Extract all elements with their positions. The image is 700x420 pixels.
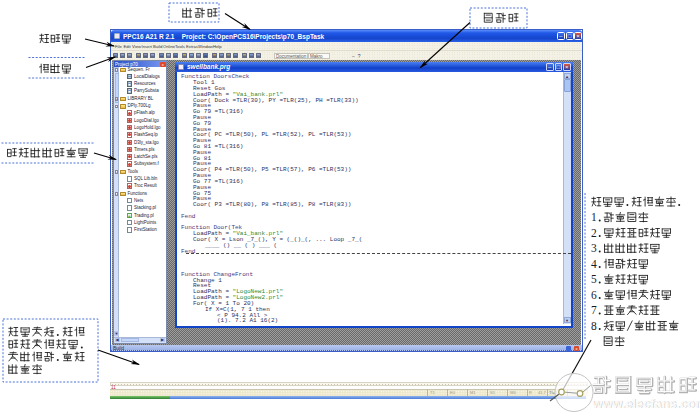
svg-text:8: 8 [591, 320, 597, 332]
svg-text:7: 7 [591, 304, 597, 316]
svg-text:3: 3 [591, 242, 597, 254]
svg-text:6: 6 [591, 289, 597, 301]
svg-text:5: 5 [591, 273, 597, 285]
svg-text:1: 1 [591, 211, 597, 223]
svg-text:2: 2 [591, 227, 597, 239]
svg-text:4: 4 [591, 258, 597, 270]
